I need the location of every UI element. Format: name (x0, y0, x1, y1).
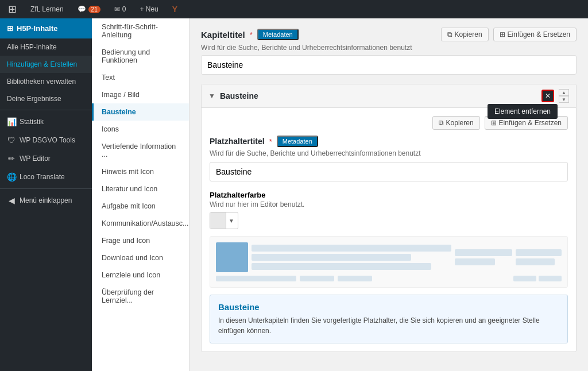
placeholder-title-group: Platzhaltertitel * Metadaten Wird für di… (210, 136, 568, 181)
chapter-title-label: Kapiteltitel (201, 30, 245, 40)
chapter-title-group: Kapiteltitel * Metadaten ⧉ Kopieren ⊞ Ei… (201, 28, 577, 75)
sidebar-item-statistik[interactable]: 📊 Statistik (0, 113, 92, 131)
chapter-metadata-button[interactable]: Metadaten (257, 29, 299, 40)
submenu-item-bausteine[interactable]: Bausteine (92, 103, 189, 121)
chapter-copy-button[interactable]: ⧉ Kopieren (441, 28, 489, 41)
remove-tooltip: Element entfernen (488, 104, 558, 119)
preview-block-l2 (252, 254, 411, 261)
submenu-item-vertiefend[interactable]: Vertiefende Information ... (92, 138, 189, 163)
comment-icon: 💬 (78, 5, 86, 13)
submenu-item-frage[interactable]: Frage und Icon (92, 232, 189, 249)
color-picker[interactable]: ▼ (210, 212, 238, 229)
color-arrow-icon[interactable]: ▼ (226, 218, 237, 224)
preview-block-b2 (300, 276, 334, 281)
submenu-item-literatur[interactable]: Literatur und Icon (92, 180, 189, 198)
preview-block-r4 (516, 258, 555, 265)
ergebnisse-label: Deine Ergebnisse (7, 95, 61, 103)
sidebar-header-label: H5P-Inhalte (17, 24, 58, 33)
dsgvo-label: WP DSGVO Tools (20, 136, 75, 144)
sidebar-item-collapse[interactable]: ◀ Menü einklappen (0, 191, 92, 210)
alle-label: Alle H5P-Inhalte (7, 43, 57, 51)
site-name-item[interactable]: ZfL Lernen (27, 0, 67, 18)
bausteine-header: ▼ Bausteine ✕ Element entfernen ▲ ▼ (202, 84, 576, 108)
sidebar-header: ⊞ H5P-Inhalte (0, 18, 92, 38)
color-label: Platzhalterfarbe (210, 191, 568, 199)
placeholder-title-header: Platzhaltertitel * Metadaten (210, 136, 568, 147)
new-content-item[interactable]: + Neu (136, 0, 161, 18)
sidebar-item-wp-editor[interactable]: ✏ WP Editor (0, 149, 92, 168)
collapse-label: Menü einklappen (20, 196, 72, 204)
sidebar: ⊞ H5P-Inhalte Alle H5P-Inhalte Hinzufüge… (0, 0, 92, 371)
collapse-icon: ◀ (7, 196, 16, 205)
wp-logo-icon: ⊞ (8, 3, 17, 16)
submenu-item-bedienung[interactable]: Bedienung und Funktionen (92, 44, 189, 69)
submenu-item-schritt[interactable]: Schritt-für-Schritt-Anleitung (92, 18, 189, 44)
submenu-item-aufgabe[interactable]: Aufgabe mit Icon (92, 198, 189, 215)
bottom-desc-text: In diesen Unterkapiteln finden Sie vorge… (218, 315, 559, 336)
preview-block-r1 (455, 249, 512, 256)
color-sublabel: Wird nur hier im Editor benutzt. (210, 200, 568, 208)
chapter-title-actions: ⧉ Kopieren ⊞ Einfügen & Ersetzen (441, 28, 577, 41)
preview-block-b1 (216, 276, 296, 281)
sidebar-item-bibliotheken[interactable]: Bibliotheken verwalten (0, 73, 92, 90)
bottom-desc-title: Bausteine (218, 302, 559, 312)
main-content: Kapiteltitel * Metadaten ⧉ Kopieren ⊞ Ei… (189, 0, 588, 371)
sidebar-item-ergebnisse[interactable]: Deine Ergebnisse (0, 90, 92, 107)
submenu-item-ueberpruefung[interactable]: Überprüfung der Lernziel... (92, 284, 189, 309)
insert-icon-2: ⊞ (491, 119, 497, 127)
submenu: Schritt-für-Schritt-Anleitung Bedienung … (92, 0, 189, 371)
chapter-title-input[interactable] (201, 55, 577, 75)
preview-row-2 (216, 276, 562, 281)
preview-block-b3 (338, 276, 372, 281)
sort-down-button[interactable]: ▼ (559, 96, 569, 103)
submenu-item-kommunikation[interactable]: Kommunikation/Austausc... (92, 215, 189, 232)
submenu-item-lernziele[interactable]: Lernziele und Icon (92, 266, 189, 284)
bausteine-body: ⧉ Kopieren ⊞ Einfügen & Ersetzen Platzha… (202, 108, 576, 351)
preview-block-r2 (455, 258, 495, 265)
submenu-item-icons[interactable]: Icons (92, 121, 189, 138)
copy-icon-2: ⧉ (439, 119, 444, 127)
submenu-item-hinweis[interactable]: Hinweis mit Icon (92, 163, 189, 180)
hinzufuegen-label: Hinzufügen & Erstellen (7, 60, 77, 68)
chapter-title-header: Kapiteltitel * Metadaten ⧉ Kopieren ⊞ Ei… (201, 28, 577, 41)
placeholder-metadata-button[interactable]: Metadaten (277, 136, 318, 147)
preview-block-blue (216, 242, 248, 272)
new-content-label: + Neu (140, 5, 158, 13)
placeholder-desc: Wird für die Suche, Berichte und Urheber… (210, 149, 568, 157)
sidebar-item-alle[interactable]: Alle H5P-Inhalte (0, 38, 92, 56)
messages-count: 0 (122, 5, 126, 13)
wp-editor-label: WP Editor (20, 154, 51, 163)
preview-block-l1 (252, 245, 451, 252)
bausteine-section: ▼ Bausteine ✕ Element entfernen ▲ ▼ (201, 84, 577, 352)
comments-count: 21 (88, 6, 100, 13)
yoast-item[interactable]: Y (169, 0, 181, 18)
comments-item[interactable]: 💬 21 (74, 0, 104, 18)
statistik-label: Statistik (20, 118, 44, 126)
sort-up-button[interactable]: ▲ (559, 89, 569, 96)
sidebar-item-hinzufuegen[interactable]: Hinzufügen & Erstellen (0, 56, 92, 73)
submenu-item-text[interactable]: Text (92, 69, 189, 86)
chapter-title-desc: Wird für die Suche, Berichte und Urheber… (201, 44, 577, 52)
preview-block-b5 (539, 276, 562, 281)
remove-icon: ✕ (545, 92, 551, 100)
color-section: Platzhalterfarbe Wird nur hier im Editor… (210, 191, 568, 229)
submenu-item-image[interactable]: Image / Bild (92, 86, 189, 103)
globe-icon: 🌐 (7, 172, 16, 181)
shield-icon: 🛡 (7, 136, 16, 145)
loco-label: Loco Translate (20, 173, 65, 181)
site-name-label: ZfL Lernen (30, 5, 64, 13)
stats-icon: 📊 (7, 117, 16, 126)
placeholder-copy-button[interactable]: ⧉ Kopieren (432, 116, 480, 130)
sidebar-item-dsgvo[interactable]: 🛡 WP DSGVO Tools (0, 131, 92, 149)
placeholder-title-input[interactable] (210, 162, 568, 181)
submenu-item-download[interactable]: Download und Icon (92, 249, 189, 266)
wp-logo[interactable]: ⊞ (5, 0, 20, 18)
messages-item[interactable]: ✉ 0 (111, 0, 130, 18)
remove-element-button[interactable]: ✕ (541, 90, 554, 102)
copy-icon: ⧉ (447, 30, 452, 38)
chapter-insert-button[interactable]: ⊞ Einfügen & Ersetzen (493, 28, 577, 41)
bausteine-toggle-icon[interactable]: ▼ (208, 92, 215, 100)
pencil-icon: ✏ (7, 154, 16, 163)
sidebar-item-loco[interactable]: 🌐 Loco Translate (0, 168, 92, 186)
message-icon: ✉ (114, 5, 120, 13)
